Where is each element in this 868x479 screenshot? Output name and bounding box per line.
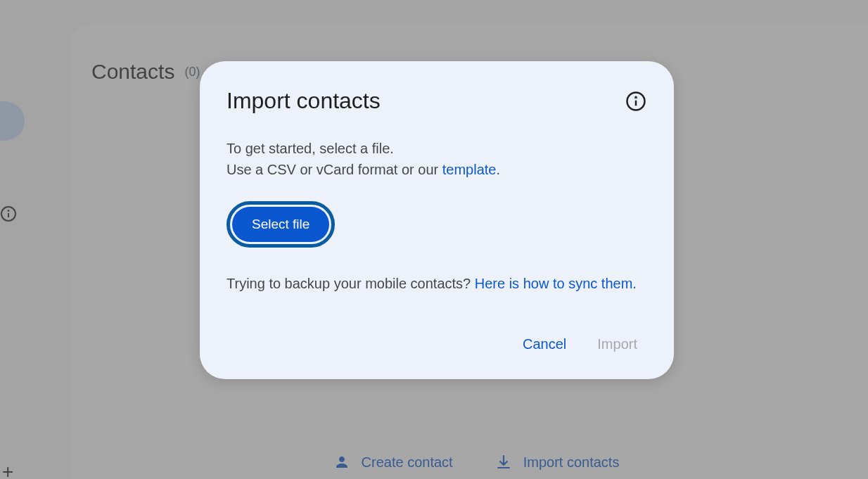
- backup-prefix: Trying to backup your mobile contacts?: [226, 276, 475, 291]
- cancel-button[interactable]: Cancel: [523, 336, 566, 352]
- intro-line-2-suffix: .: [497, 162, 501, 177]
- intro-line-2: Use a CSV or vCard format or our templat…: [226, 159, 647, 180]
- intro-line-1: To get started, select a file.: [226, 138, 647, 159]
- template-link[interactable]: template: [442, 162, 497, 177]
- select-file-button[interactable]: Select file: [232, 207, 329, 242]
- dialog-body: To get started, select a file. Use a CSV…: [226, 138, 647, 294]
- svg-point-5: [635, 96, 636, 97]
- backup-text: Trying to backup your mobile contacts? H…: [226, 273, 647, 294]
- dialog-title: Import contacts: [226, 88, 381, 114]
- select-file-focus-ring: Select file: [226, 201, 335, 248]
- import-button-disabled: Import: [597, 336, 637, 352]
- import-contacts-dialog: Import contacts To get started, select a…: [200, 61, 674, 379]
- intro-line-2-prefix: Use a CSV or vCard format or our: [226, 162, 442, 177]
- backup-sync-link[interactable]: Here is how to sync them.: [475, 276, 637, 291]
- dialog-header: Import contacts: [226, 88, 647, 114]
- dialog-footer: Cancel Import: [226, 336, 647, 352]
- dialog-info-button[interactable]: [625, 90, 647, 113]
- info-icon: [625, 91, 646, 112]
